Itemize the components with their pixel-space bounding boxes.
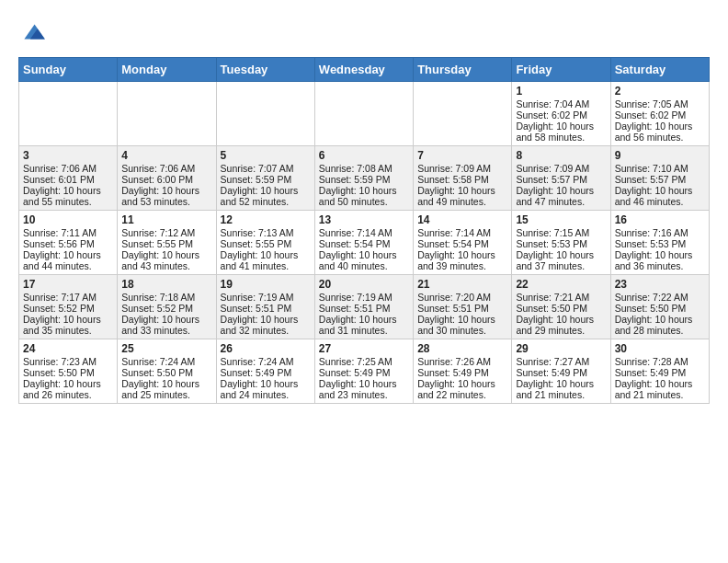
calendar-cell: 14Sunrise: 7:14 AMSunset: 5:54 PMDayligh… [414, 211, 512, 275]
cell-content: Daylight: 10 hours and 58 minutes. [516, 121, 606, 143]
calendar-cell: 29Sunrise: 7:27 AMSunset: 5:49 PMDayligh… [512, 339, 610, 404]
calendar-cell: 20Sunrise: 7:19 AMSunset: 5:51 PMDayligh… [314, 275, 413, 339]
calendar: SundayMondayTuesdayWednesdayThursdayFrid… [18, 57, 710, 404]
cell-content: Sunset: 5:57 PM [615, 174, 705, 185]
cell-content: Daylight: 10 hours and 21 minutes. [615, 378, 705, 400]
calendar-cell: 4Sunrise: 7:06 AMSunset: 6:00 PMDaylight… [118, 146, 216, 211]
cell-content: Daylight: 10 hours and 41 minutes. [221, 249, 311, 271]
calendar-cell: 30Sunrise: 7:28 AMSunset: 5:49 PMDayligh… [610, 339, 709, 404]
cell-content: Sunrise: 7:19 AM [319, 292, 409, 303]
calendar-header: SundayMondayTuesdayWednesdayThursdayFrid… [19, 58, 710, 82]
calendar-cell: 26Sunrise: 7:24 AMSunset: 5:49 PMDayligh… [216, 339, 314, 404]
calendar-cell: 17Sunrise: 7:17 AMSunset: 5:52 PMDayligh… [19, 275, 118, 339]
day-number: 28 [417, 342, 507, 355]
logo [18, 18, 51, 48]
calendar-body: 1Sunrise: 7:04 AMSunset: 6:02 PMDaylight… [19, 82, 710, 404]
day-number: 27 [319, 342, 409, 355]
calendar-cell: 7Sunrise: 7:09 AMSunset: 5:58 PMDaylight… [414, 146, 512, 211]
cell-content: Daylight: 10 hours and 46 minutes. [615, 185, 705, 207]
cell-content: Sunrise: 7:22 AM [615, 292, 705, 303]
cell-content: Sunset: 5:50 PM [615, 303, 705, 314]
day-number: 6 [319, 149, 409, 162]
cell-content: Sunrise: 7:25 AM [319, 356, 409, 367]
cell-content: Sunrise: 7:06 AM [121, 163, 211, 174]
cell-content: Daylight: 10 hours and 53 minutes. [121, 185, 211, 207]
header-day-friday: Friday [512, 58, 610, 82]
cell-content: Daylight: 10 hours and 29 minutes. [516, 314, 606, 336]
cell-content: Sunrise: 7:11 AM [23, 227, 113, 238]
day-number: 1 [516, 85, 606, 98]
cell-content: Sunset: 5:59 PM [319, 174, 409, 185]
cell-content: Sunset: 5:54 PM [417, 238, 507, 249]
cell-content: Sunset: 5:50 PM [516, 303, 606, 314]
logo-icon [18, 18, 48, 48]
calendar-cell [19, 82, 118, 146]
header-row: SundayMondayTuesdayWednesdayThursdayFrid… [19, 58, 710, 82]
header-day-tuesday: Tuesday [216, 58, 314, 82]
day-number: 5 [221, 149, 311, 162]
day-number: 3 [23, 149, 113, 162]
cell-content: Sunset: 5:55 PM [221, 238, 311, 249]
calendar-cell: 12Sunrise: 7:13 AMSunset: 5:55 PMDayligh… [216, 211, 314, 275]
cell-content: Sunset: 5:49 PM [516, 367, 606, 378]
week-row-4: 17Sunrise: 7:17 AMSunset: 5:52 PMDayligh… [19, 275, 710, 339]
calendar-cell: 11Sunrise: 7:12 AMSunset: 5:55 PMDayligh… [118, 211, 216, 275]
day-number: 21 [417, 278, 507, 291]
cell-content: Daylight: 10 hours and 40 minutes. [319, 249, 409, 271]
calendar-cell: 10Sunrise: 7:11 AMSunset: 5:56 PMDayligh… [19, 211, 118, 275]
cell-content: Sunrise: 7:24 AM [121, 356, 211, 367]
header-day-wednesday: Wednesday [314, 58, 413, 82]
cell-content: Daylight: 10 hours and 50 minutes. [319, 185, 409, 207]
cell-content: Daylight: 10 hours and 25 minutes. [121, 378, 211, 400]
week-row-1: 1Sunrise: 7:04 AMSunset: 6:02 PMDaylight… [19, 82, 710, 146]
cell-content: Sunrise: 7:09 AM [516, 163, 606, 174]
cell-content: Daylight: 10 hours and 37 minutes. [516, 249, 606, 271]
cell-content: Sunrise: 7:23 AM [23, 356, 113, 367]
day-number: 24 [23, 342, 113, 355]
cell-content: Sunrise: 7:19 AM [221, 292, 311, 303]
cell-content: Sunrise: 7:12 AM [121, 227, 211, 238]
cell-content: Sunset: 5:58 PM [417, 174, 507, 185]
cell-content: Daylight: 10 hours and 55 minutes. [23, 185, 113, 207]
cell-content: Sunset: 5:52 PM [121, 303, 211, 314]
cell-content: Sunrise: 7:07 AM [221, 163, 311, 174]
cell-content: Sunset: 5:52 PM [23, 303, 113, 314]
cell-content: Sunset: 6:02 PM [615, 109, 705, 121]
cell-content: Daylight: 10 hours and 23 minutes. [319, 378, 409, 400]
cell-content: Sunrise: 7:17 AM [23, 292, 113, 303]
cell-content: Sunset: 5:56 PM [23, 238, 113, 249]
cell-content: Sunset: 5:49 PM [221, 367, 311, 378]
day-number: 7 [417, 149, 507, 162]
cell-content: Daylight: 10 hours and 47 minutes. [516, 185, 606, 207]
day-number: 9 [615, 149, 705, 162]
cell-content: Sunset: 5:53 PM [516, 238, 606, 249]
calendar-cell: 28Sunrise: 7:26 AMSunset: 5:49 PMDayligh… [414, 339, 512, 404]
day-number: 22 [516, 278, 606, 291]
cell-content: Sunset: 6:00 PM [121, 174, 211, 185]
calendar-cell: 2Sunrise: 7:05 AMSunset: 6:02 PMDaylight… [610, 82, 709, 146]
cell-content: Sunset: 6:02 PM [516, 109, 606, 121]
cell-content: Sunrise: 7:18 AM [121, 292, 211, 303]
header [18, 15, 710, 48]
cell-content: Sunrise: 7:15 AM [516, 227, 606, 238]
cell-content: Sunrise: 7:06 AM [23, 163, 113, 174]
cell-content: Sunrise: 7:05 AM [615, 98, 705, 109]
calendar-cell [314, 82, 413, 146]
calendar-cell: 24Sunrise: 7:23 AMSunset: 5:50 PMDayligh… [19, 339, 118, 404]
cell-content: Daylight: 10 hours and 56 minutes. [615, 121, 705, 143]
calendar-cell: 8Sunrise: 7:09 AMSunset: 5:57 PMDaylight… [512, 146, 610, 211]
cell-content: Daylight: 10 hours and 36 minutes. [615, 249, 705, 271]
week-row-5: 24Sunrise: 7:23 AMSunset: 5:50 PMDayligh… [19, 339, 710, 404]
cell-content: Sunset: 5:51 PM [221, 303, 311, 314]
calendar-cell: 1Sunrise: 7:04 AMSunset: 6:02 PMDaylight… [512, 82, 610, 146]
cell-content: Daylight: 10 hours and 22 minutes. [417, 378, 507, 400]
cell-content: Sunrise: 7:08 AM [319, 163, 409, 174]
cell-content: Daylight: 10 hours and 43 minutes. [121, 249, 211, 271]
day-number: 2 [615, 85, 705, 98]
cell-content: Sunrise: 7:26 AM [417, 356, 507, 367]
calendar-cell: 13Sunrise: 7:14 AMSunset: 5:54 PMDayligh… [314, 211, 413, 275]
cell-content: Sunset: 5:51 PM [319, 303, 409, 314]
day-number: 23 [615, 278, 705, 291]
day-number: 19 [221, 278, 311, 291]
day-number: 13 [319, 213, 409, 226]
